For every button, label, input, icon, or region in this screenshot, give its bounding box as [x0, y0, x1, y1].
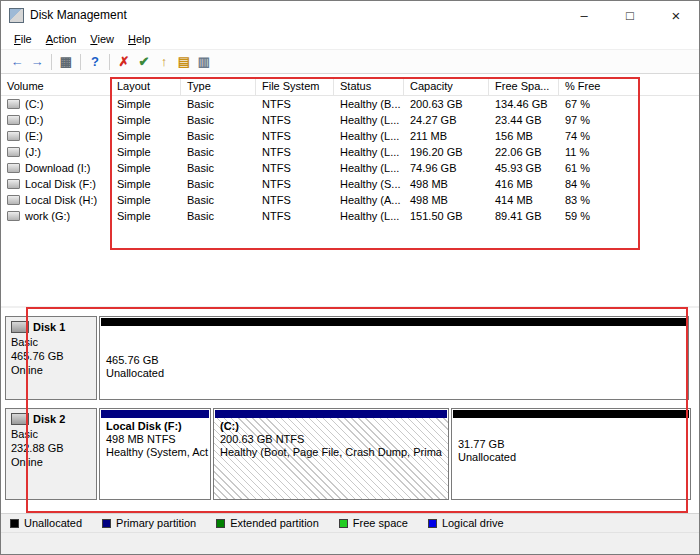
partition-color-band	[453, 410, 689, 418]
disk-size: 232.88 GB	[11, 441, 91, 455]
disk-icon	[11, 321, 29, 333]
extended-partition-swatch-icon	[216, 519, 225, 528]
column-header-file-system[interactable]: File System	[256, 77, 334, 95]
delete-volume-icon[interactable]: ✗	[114, 52, 134, 71]
disk-label: Disk 2	[33, 413, 65, 425]
partition-local-disk-f[interactable]: Local Disk (F:) 498 MB NTFS Healthy (Sys…	[99, 408, 211, 500]
cell: 84 %	[559, 176, 639, 192]
view-options-icon[interactable]: ▥	[194, 52, 214, 71]
footer: Unallocated Primary partition Extended p…	[1, 513, 699, 555]
table-row[interactable]: (E:) Simple Basic NTFS Healthy (L... 211…	[1, 128, 699, 144]
legend-bar: Unallocated Primary partition Extended p…	[1, 514, 699, 533]
cell: 97 %	[559, 112, 639, 128]
help-icon[interactable]: ?	[85, 52, 105, 71]
minimize-button[interactable]: –	[561, 1, 607, 29]
cell-volume: (J:)	[1, 144, 111, 160]
partition-info: Local Disk (F:) 498 MB NTFS Healthy (Sys…	[100, 418, 210, 499]
cell: Healthy (L...	[334, 208, 404, 224]
table-header: Volume Layout Type File System Status Ca…	[1, 77, 699, 96]
cell: NTFS	[256, 144, 334, 160]
partition-color-band	[101, 318, 687, 326]
table-row[interactable]: (C:) Simple Basic NTFS Healthy (B... 200…	[1, 96, 699, 112]
legend-label: Logical drive	[442, 517, 504, 529]
table-row[interactable]: (J:) Simple Basic NTFS Healthy (L... 196…	[1, 144, 699, 160]
toolbar-separator	[51, 54, 52, 70]
disk-2-header[interactable]: Disk 2 Basic 232.88 GB Online	[5, 408, 97, 500]
maximize-button[interactable]: □	[607, 1, 653, 29]
partition-unallocated[interactable]: 31.77 GB Unallocated	[451, 408, 691, 500]
menu-help[interactable]: Help	[121, 31, 158, 47]
table-row[interactable]: Local Disk (F:) Simple Basic NTFS Health…	[1, 176, 699, 192]
close-button[interactable]: ×	[653, 1, 699, 29]
cell: 59 %	[559, 208, 639, 224]
forward-arrow-icon[interactable]: →	[27, 52, 47, 71]
cell: 196.20 GB	[404, 144, 489, 160]
cell: Healthy (B...	[334, 96, 404, 112]
mark-active-icon[interactable]: ✔	[134, 52, 154, 71]
cell: 74 %	[559, 128, 639, 144]
cell: 67 %	[559, 96, 639, 112]
cell: 416 MB	[489, 176, 559, 192]
column-header-volume[interactable]: Volume	[1, 77, 111, 95]
legend-label: Primary partition	[116, 517, 196, 529]
cell: 498 MB	[404, 192, 489, 208]
cell: NTFS	[256, 112, 334, 128]
legend-label: Free space	[353, 517, 408, 529]
cell-volume: (D:)	[1, 112, 111, 128]
disk-type: Basic	[11, 335, 91, 349]
console-tree-icon[interactable]: ▦	[56, 52, 76, 71]
disk-graphical-view: Disk 1 Basic 465.76 GB Online 465.76 GB …	[1, 306, 699, 513]
table-row[interactable]: Download (I:) Simple Basic NTFS Healthy …	[1, 160, 699, 176]
cell: Basic	[181, 112, 256, 128]
volume-icon	[7, 147, 20, 157]
menu-view[interactable]: View	[83, 31, 121, 47]
legend-unallocated: Unallocated	[10, 517, 82, 529]
cell: 498 MB	[404, 176, 489, 192]
cell: Basic	[181, 128, 256, 144]
back-arrow-icon[interactable]: ←	[7, 52, 27, 71]
disk-1-row: Disk 1 Basic 465.76 GB Online 465.76 GB …	[5, 316, 689, 400]
table-row[interactable]: (D:) Simple Basic NTFS Healthy (L... 24.…	[1, 112, 699, 128]
cell: Healthy (L...	[334, 128, 404, 144]
title-bar[interactable]: Disk Management – □ ×	[1, 1, 699, 29]
table-row[interactable]: work (G:) Simple Basic NTFS Healthy (L..…	[1, 208, 699, 224]
partition-color-band	[101, 410, 209, 418]
disk-1-header[interactable]: Disk 1 Basic 465.76 GB Online	[5, 316, 97, 400]
partition-size: 465.76 GB	[106, 354, 682, 367]
cell: Simple	[111, 160, 181, 176]
unallocated-swatch-icon	[10, 519, 19, 528]
cell: 23.44 GB	[489, 112, 559, 128]
cell: Simple	[111, 112, 181, 128]
disk-1-partitions: 465.76 GB Unallocated	[99, 316, 689, 400]
cell: Basic	[181, 208, 256, 224]
volume-name: work (G:)	[25, 210, 70, 222]
volume-name: (J:)	[25, 146, 41, 158]
column-header-layout[interactable]: Layout	[111, 77, 181, 95]
menu-file[interactable]: File	[7, 31, 39, 47]
disk-size: 465.76 GB	[11, 349, 91, 363]
column-header-pct-free[interactable]: % Free	[559, 77, 639, 95]
partition-info: 31.77 GB Unallocated	[452, 418, 690, 499]
open-folder-icon[interactable]: ↑	[154, 52, 174, 71]
column-header-free-space[interactable]: Free Spa...	[489, 77, 559, 95]
cell-volume: Download (I:)	[1, 160, 111, 176]
column-header-status[interactable]: Status	[334, 77, 404, 95]
partition-label: (C:)	[220, 420, 442, 433]
properties-icon[interactable]: ▤	[174, 52, 194, 71]
volume-name: (E:)	[25, 130, 43, 142]
volume-name: Local Disk (H:)	[25, 194, 97, 206]
table-row[interactable]: Local Disk (H:) Simple Basic NTFS Health…	[1, 192, 699, 208]
column-header-capacity[interactable]: Capacity	[404, 77, 489, 95]
partition-unallocated[interactable]: 465.76 GB Unallocated	[99, 316, 689, 400]
legend-extended-partition: Extended partition	[216, 517, 319, 529]
disk-management-window: Disk Management – □ × File Action View H…	[0, 0, 700, 555]
partition-c-drive-selected[interactable]: (C:) 200.63 GB NTFS Healthy (Boot, Page …	[213, 408, 449, 500]
partition-info: 465.76 GB Unallocated	[100, 326, 688, 399]
cell: 45.93 GB	[489, 160, 559, 176]
menu-action[interactable]: Action	[39, 31, 84, 47]
cell: Simple	[111, 176, 181, 192]
cell: Healthy (L...	[334, 112, 404, 128]
cell: 200.63 GB	[404, 96, 489, 112]
column-header-type[interactable]: Type	[181, 77, 256, 95]
free-space-swatch-icon	[339, 519, 348, 528]
